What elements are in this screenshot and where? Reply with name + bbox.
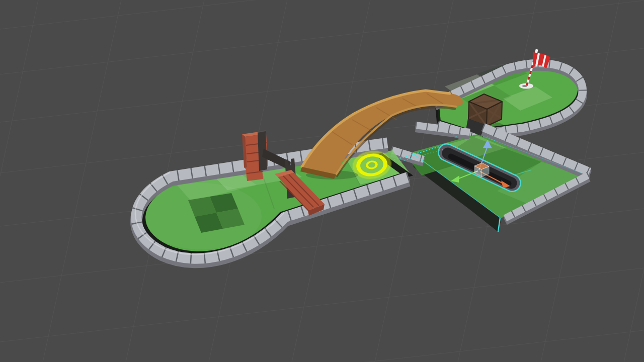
scene-viewport[interactable] [0,0,644,362]
editor-stage [0,0,644,362]
